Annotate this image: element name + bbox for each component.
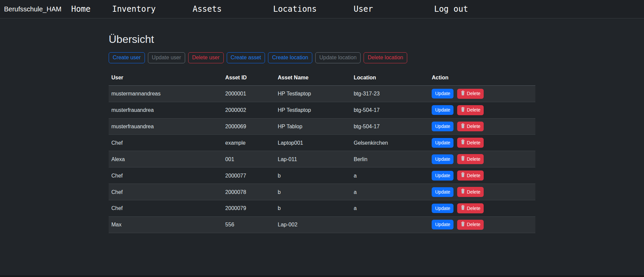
cell-asset-id: 2000077: [223, 167, 275, 184]
cell-action: Update Delete: [429, 135, 535, 151]
nav-item-inventory: Inventory: [112, 4, 193, 14]
cell-location: Gelsenkirchen: [351, 135, 429, 151]
cell-asset-id: 2000069: [223, 118, 275, 135]
cell-asset-name: b: [275, 200, 351, 217]
cell-user: musterfrauandrea: [109, 102, 223, 118]
delete-button-label: Delete: [467, 140, 480, 146]
main-content: Übersicht Create userUpdate userDelete u…: [109, 18, 535, 233]
navbar-brand[interactable]: Berufsschule_HAM: [4, 5, 61, 13]
create-asset-button[interactable]: Create asset: [227, 52, 265, 63]
cell-user: Chef: [109, 200, 223, 217]
toolbar: Create userUpdate userDelete userCreate …: [109, 52, 535, 63]
cell-user: Chef: [109, 135, 223, 151]
cell-user: Chef: [109, 184, 223, 200]
nav-link-inventory[interactable]: Inventory: [112, 4, 156, 14]
delete-user-button[interactable]: Delete user: [188, 52, 224, 63]
trash-icon: [461, 139, 465, 146]
delete-button[interactable]: Delete: [457, 187, 484, 197]
cell-action: Update Delete: [429, 85, 535, 102]
update-button[interactable]: Update: [432, 171, 453, 181]
nav-link-assets[interactable]: Assets: [193, 4, 222, 14]
cell-location: a: [351, 167, 429, 184]
cell-asset-id: 2000002: [223, 102, 275, 118]
update-button[interactable]: Update: [432, 220, 453, 229]
update-button[interactable]: Update: [432, 154, 453, 164]
cell-asset-name: b: [275, 184, 351, 200]
cell-user: mustermannandreas: [109, 85, 223, 102]
cell-asset-id: example: [223, 135, 275, 151]
update-user-button[interactable]: Update user: [148, 52, 185, 63]
nav-link-locations[interactable]: Locations: [273, 4, 317, 14]
column-header-asset-id: Asset ID: [223, 72, 275, 86]
delete-button-label: Delete: [467, 156, 480, 162]
table-row: Chef 2000077 b a Update Delete: [109, 167, 535, 184]
cell-location: btg-504-17: [351, 102, 429, 118]
update-button[interactable]: Update: [432, 122, 453, 131]
cell-action: Update Delete: [429, 200, 535, 217]
cell-user: Max: [109, 216, 223, 233]
trash-icon: [461, 172, 465, 179]
cell-asset-name: Laptop001: [275, 135, 351, 151]
cell-user: Chef: [109, 167, 223, 184]
cell-action: Update Delete: [429, 151, 535, 167]
delete-button[interactable]: Delete: [457, 89, 484, 99]
update-button[interactable]: Update: [432, 138, 453, 148]
assets-table: User Asset ID Asset Name Location Action…: [109, 72, 535, 233]
table-row: musterfrauandrea 2000002 HP Testlaptop b…: [109, 102, 535, 118]
update-button[interactable]: Update: [432, 105, 453, 115]
trash-icon: [461, 221, 465, 228]
cell-asset-name: HP Tablop: [275, 118, 351, 135]
nav-item-assets: Assets: [193, 4, 273, 14]
delete-location-button[interactable]: Delete location: [364, 52, 407, 63]
delete-button[interactable]: Delete: [457, 105, 484, 115]
trash-icon: [461, 189, 465, 195]
cell-action: Update Delete: [429, 216, 535, 233]
cell-asset-id: 556: [223, 216, 275, 233]
trash-icon: [461, 205, 465, 212]
delete-button[interactable]: Delete: [457, 154, 484, 164]
cell-asset-name: HP Testlaptop: [275, 85, 351, 102]
cell-asset-id: 2000079: [223, 200, 275, 217]
table-row: Chef example Laptop001 Gelsenkirchen Upd…: [109, 135, 535, 151]
update-button[interactable]: Update: [432, 204, 453, 213]
cell-asset-name: HP Testlaptop: [275, 102, 351, 118]
trash-icon: [461, 156, 465, 162]
cell-user: musterfrauandrea: [109, 118, 223, 135]
delete-button[interactable]: Delete: [457, 122, 484, 132]
trash-icon: [461, 123, 465, 130]
update-button[interactable]: Update: [432, 187, 453, 197]
cell-location: [351, 216, 429, 233]
cell-user: Alexa: [109, 151, 223, 167]
table-row: Chef 2000079 b a Update Delete: [109, 200, 535, 217]
cell-asset-name: Lap-011: [275, 151, 351, 167]
create-user-button[interactable]: Create user: [109, 52, 145, 63]
table-row: Max 556 Lap-002 Update Delete: [109, 216, 535, 233]
page-title: Übersicht: [109, 18, 535, 46]
cell-action: Update Delete: [429, 167, 535, 184]
nav-item-locations: Locations: [273, 4, 354, 14]
column-header-action: Action: [429, 72, 535, 86]
delete-button-label: Delete: [467, 123, 480, 130]
update-button[interactable]: Update: [432, 89, 453, 98]
column-header-asset-name: Asset Name: [275, 72, 351, 86]
delete-button[interactable]: Delete: [457, 220, 484, 230]
delete-button[interactable]: Delete: [457, 138, 484, 148]
delete-button-label: Delete: [467, 221, 480, 228]
table-row: Chef 2000078 b a Update Delete: [109, 184, 535, 200]
nav-link-user[interactable]: User: [354, 4, 373, 14]
column-header-location: Location: [351, 72, 429, 86]
delete-button-label: Delete: [467, 172, 480, 179]
cell-asset-id: 2000078: [223, 184, 275, 200]
update-location-button[interactable]: Update location: [315, 52, 361, 63]
nav-link-home[interactable]: Home: [71, 4, 91, 14]
delete-button-label: Delete: [467, 189, 480, 195]
delete-button[interactable]: Delete: [457, 203, 484, 213]
trash-icon: [461, 107, 465, 114]
column-header-user: User: [109, 72, 223, 86]
cell-asset-name: Lap-002: [275, 216, 351, 233]
nav-link-log-out[interactable]: Log out: [434, 4, 468, 14]
create-location-button[interactable]: Create location: [268, 52, 312, 63]
delete-button[interactable]: Delete: [457, 170, 484, 181]
table-row: mustermannandreas 2000001 HP Testlaptop …: [109, 85, 535, 102]
delete-button-label: Delete: [467, 107, 480, 113]
